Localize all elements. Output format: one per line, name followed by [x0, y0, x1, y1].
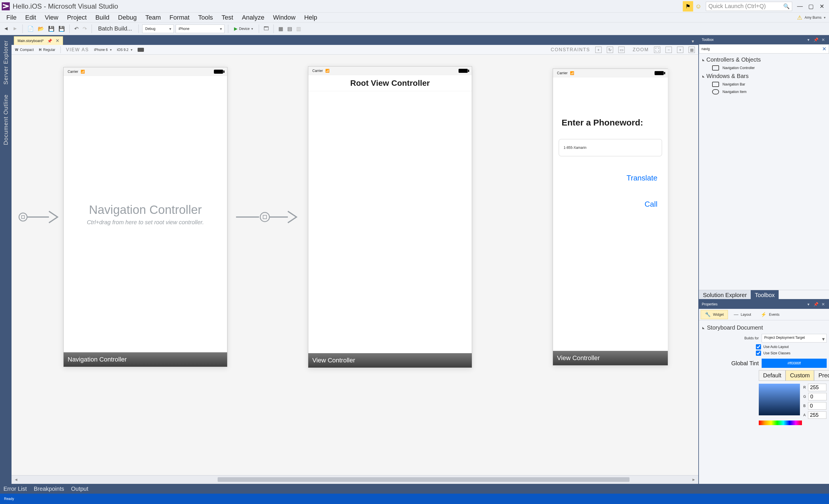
use-size-classes-checkbox[interactable]: Use Size Classes [701, 350, 827, 356]
platform-select[interactable]: iPhone [176, 25, 224, 33]
doc-tab-main-storyboard[interactable]: Main.storyboard* 📌 ✕ [14, 36, 63, 45]
root-vc-content[interactable] [308, 91, 472, 353]
close-button[interactable]: ✕ [816, 2, 827, 11]
properties-tab-widget[interactable]: 🔧Widget [700, 310, 728, 319]
root-view-controller-scene[interactable]: Carrier 📶 Root View Controller View Cont… [308, 66, 472, 368]
menu-file[interactable]: File [3, 13, 20, 23]
tab-error-list[interactable]: Error List [3, 485, 27, 492]
g-input[interactable] [808, 393, 827, 400]
height-trait[interactable]: HRegular [39, 48, 55, 52]
seg-custom[interactable]: Custom [786, 370, 814, 381]
seg-default[interactable]: Default [759, 370, 786, 381]
undo-button[interactable]: ↶ [73, 25, 80, 33]
use-auto-layout-checkbox[interactable]: Use Auto Layout [701, 344, 827, 350]
zoom-actual-icon[interactable]: ▦ [688, 47, 695, 53]
minimize-button[interactable]: — [794, 2, 805, 11]
toolbar-icon-3[interactable]: ▤ [286, 25, 293, 33]
orientation-icon[interactable] [138, 48, 144, 52]
constraints-add-icon[interactable]: + [595, 47, 602, 53]
pin-icon[interactable]: 📌 [813, 301, 819, 307]
save-button[interactable]: 💾 [47, 25, 56, 33]
notification-flag-button[interactable]: ⚑ [683, 1, 693, 11]
toolbox-category-windows-bars[interactable]: Windows & Bars [700, 72, 827, 81]
toolbox-item-navigation-controller[interactable]: Navigation Controller [700, 64, 827, 72]
initial-vc-arrow[interactable] [17, 208, 61, 226]
scroll-thumb[interactable] [218, 477, 630, 482]
panel-menu-icon[interactable]: ▾ [805, 37, 811, 43]
toolbar-icon-4[interactable]: ▥ [295, 25, 302, 33]
device-select[interactable]: iPhone 6 [94, 48, 112, 52]
properties-tab-events[interactable]: ⚡Events [757, 310, 784, 319]
tab-breakpoints[interactable]: Breakpoints [34, 485, 64, 492]
batch-build-button[interactable]: Batch Build... [95, 25, 135, 32]
menu-tools[interactable]: Tools [194, 13, 216, 23]
forward-button[interactable]: ► [11, 25, 19, 33]
section-storyboard-document[interactable]: Storyboard Document [701, 323, 827, 333]
toolbox-item-navigation-bar[interactable]: Navigation Bar [700, 81, 827, 88]
tab-output[interactable]: Output [71, 485, 88, 492]
constraints-update-icon[interactable]: ↻ [607, 47, 613, 53]
phoneword-content[interactable]: Enter a Phoneword: 1-855-Xamarin Transla… [553, 77, 668, 351]
menu-test[interactable]: Test [218, 13, 237, 23]
document-outline-tab[interactable]: Document Outline [3, 92, 9, 147]
pin-icon[interactable]: 📌 [47, 39, 52, 43]
start-debug-button[interactable]: ▶ Device ▾ [232, 26, 256, 31]
hue-slider[interactable] [759, 421, 802, 425]
toolbar-icon-1[interactable]: 🗔 [262, 25, 270, 33]
phoneword-view-controller-scene[interactable]: Carrier 📶 Enter a Phoneword: 1-855-Xamar… [553, 69, 668, 365]
pin-icon[interactable]: 📌 [813, 37, 819, 43]
seg-predefined[interactable]: Predefined [814, 370, 829, 381]
menu-edit[interactable]: Edit [22, 13, 39, 23]
toolbar-icon-2[interactable]: ▦ [277, 25, 284, 33]
b-input[interactable] [808, 402, 826, 409]
menu-format[interactable]: Format [166, 13, 193, 23]
config-select[interactable]: Debug [142, 25, 174, 33]
feedback-smile-button[interactable]: ☺ [693, 1, 704, 11]
zoom-out-icon[interactable]: − [665, 47, 672, 53]
r-input[interactable] [808, 384, 826, 391]
translate-button[interactable]: Translate [559, 174, 657, 182]
server-explorer-tab[interactable]: Server Explorer [3, 38, 9, 87]
clear-search-icon[interactable]: ✕ [822, 46, 826, 52]
close-icon[interactable]: ✕ [820, 37, 826, 43]
menu-project[interactable]: Project [64, 13, 90, 23]
tab-solution-explorer[interactable]: Solution Explorer [699, 290, 751, 299]
a-input[interactable] [808, 411, 826, 419]
tab-toolbox[interactable]: Toolbox [751, 290, 779, 299]
close-tab-icon[interactable]: ✕ [56, 38, 59, 43]
menu-window[interactable]: Window [269, 13, 299, 23]
quick-launch-input[interactable]: Quick Launch (Ctrl+Q) 🔍 [706, 2, 792, 11]
menu-view[interactable]: View [41, 13, 62, 23]
close-icon[interactable]: ✕ [820, 301, 826, 307]
menu-team[interactable]: Team [142, 13, 165, 23]
scroll-left-icon[interactable]: ◄ [13, 477, 19, 482]
properties-tab-layout[interactable]: —Layout [730, 310, 755, 319]
saturation-brightness-picker[interactable] [759, 384, 800, 416]
navigation-bar-title[interactable]: Root View Controller [308, 75, 472, 91]
toolbox-item-navigation-item[interactable]: Navigation Item [700, 88, 827, 96]
builds-for-select[interactable]: Project Deployment Target [762, 334, 827, 343]
menu-build[interactable]: Build [92, 13, 113, 23]
active-files-dropdown[interactable]: ▾ [689, 37, 696, 45]
zoom-in-icon[interactable]: + [677, 47, 683, 53]
root-segue[interactable] [236, 208, 299, 226]
navigation-controller-scene[interactable]: Carrier 📶 Navigation Controller Ctrl+dra… [63, 67, 227, 367]
global-tint-swatch[interactable]: #ff0086ff [762, 359, 827, 368]
constraints-frame-icon[interactable]: ▭ [618, 47, 625, 53]
new-project-button[interactable]: 📄 [26, 25, 35, 33]
maximize-button[interactable]: ▢ [805, 2, 816, 11]
open-button[interactable]: 📂 [37, 25, 45, 33]
save-all-button[interactable]: 💾 [57, 25, 66, 33]
os-select[interactable]: iOS 9.2 [117, 48, 133, 52]
phoneword-textfield[interactable]: 1-855-Xamarin [559, 139, 662, 156]
back-button[interactable]: ◄ [2, 25, 10, 33]
toolbox-search-input[interactable]: navig ✕ [699, 44, 829, 53]
menu-analyze[interactable]: Analyze [238, 13, 268, 23]
panel-menu-icon[interactable]: ▾ [805, 301, 811, 307]
canvas-hscrollbar[interactable]: ◄ ► [11, 475, 698, 484]
toolbox-category-controllers[interactable]: Controllers & Objects [700, 55, 827, 64]
width-trait[interactable]: WCompact [15, 48, 34, 52]
signed-in-user[interactable]: ⚠ Amy Burns ▾ [797, 14, 826, 21]
menu-help[interactable]: Help [301, 13, 321, 23]
call-button[interactable]: Call [559, 200, 657, 209]
